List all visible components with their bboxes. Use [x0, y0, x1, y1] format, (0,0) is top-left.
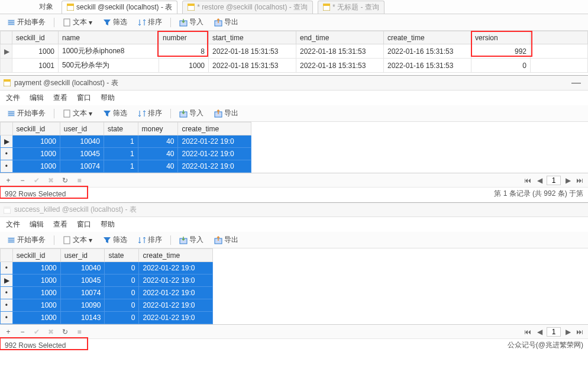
cell[interactable]: 10074 [60, 160, 104, 173]
begin-transaction-button[interactable]: 开始事务 [5, 234, 48, 246]
sort-button[interactable]: 排序 [135, 16, 164, 28]
last-page-button[interactable]: ⏭ [575, 327, 584, 337]
table-row[interactable]: •10001009002022-01-22 19:0 [1, 299, 213, 312]
table-row[interactable]: •10001014302022-01-22 19:0 [1, 312, 213, 324]
col-header[interactable]: seckill_id [12, 31, 59, 44]
cell[interactable]: 1000 [12, 148, 60, 160]
cell[interactable]: 8 [159, 44, 209, 59]
col-header[interactable]: seckill_id [12, 122, 60, 135]
text-button[interactable]: 文本▾ [60, 107, 95, 119]
col-header[interactable]: number [159, 31, 209, 44]
cell[interactable]: 0 [105, 299, 139, 312]
begin-transaction-button[interactable]: 开始事务 [5, 16, 48, 28]
col-header[interactable]: create_time [139, 249, 213, 262]
col-header[interactable]: state [105, 249, 139, 262]
cell[interactable]: 2022-01-22 19:0 [139, 287, 213, 299]
tab-restore[interactable]: * restore @seckill (localhost) - 查询 [182, 1, 313, 14]
col-header[interactable]: user_id [60, 122, 104, 135]
cell[interactable]: 40 [138, 135, 178, 148]
tabs-object-label[interactable]: 对象 [35, 2, 57, 12]
menu-edit[interactable]: 编辑 [30, 93, 44, 103]
cell[interactable]: 1 [104, 160, 138, 173]
begin-transaction-button[interactable]: 开始事务 [5, 107, 48, 119]
cell[interactable]: 2022-01-16 15:31:53 [384, 44, 471, 59]
prev-page-button[interactable]: ◀ [535, 327, 544, 337]
filter-button[interactable]: 筛选 [101, 234, 130, 246]
table-row[interactable]: •1000100741402022-01-22 19:0 [1, 160, 251, 173]
cancel-button[interactable]: ✖ [46, 327, 56, 337]
cell[interactable]: 1 [104, 135, 138, 148]
cell[interactable]: 500元秒杀华为 [59, 59, 159, 73]
cell[interactable]: 1000 [12, 299, 60, 312]
col-header[interactable]: create_time [384, 31, 471, 44]
first-page-button[interactable]: ⏮ [523, 327, 532, 337]
table-row[interactable]: •10001007402022-01-22 19:0 [1, 287, 213, 299]
menu-window[interactable]: 窗口 [77, 93, 91, 103]
delete-row-button[interactable]: − [18, 327, 27, 337]
col-header[interactable]: seckill_id [12, 249, 60, 262]
cell[interactable]: 10040 [60, 262, 105, 274]
refresh-button[interactable]: ↻ [60, 176, 70, 185]
col-header[interactable]: start_time [209, 31, 296, 44]
cancel-button[interactable]: ✖ [46, 176, 56, 185]
add-row-button[interactable]: + [4, 176, 13, 185]
col-header[interactable]: create_time [178, 122, 251, 135]
delete-row-button[interactable]: − [18, 176, 27, 185]
filter-button[interactable]: 筛选 [101, 107, 130, 119]
cell[interactable]: 10040 [60, 135, 104, 148]
cell[interactable]: 2022-01-18 15:31:53 [209, 44, 296, 59]
cell[interactable]: 40 [138, 160, 178, 173]
cell[interactable]: 1000 [12, 135, 60, 148]
text-button[interactable]: 文本▾ [60, 234, 95, 246]
cell[interactable]: 10045 [60, 148, 104, 160]
cell[interactable]: 0 [471, 59, 531, 73]
col-header[interactable]: money [138, 122, 178, 135]
cell[interactable]: 1000 [12, 44, 59, 59]
table-row[interactable]: ▶10001004502022-01-22 19:0 [1, 274, 213, 287]
text-button[interactable]: 文本▾ [60, 16, 95, 28]
cell[interactable]: 1000 [12, 262, 60, 274]
cell[interactable]: 1000 [12, 274, 60, 287]
cell[interactable]: 1000元秒杀iphone8 [59, 44, 159, 59]
cell[interactable]: 2022-01-18 15:31:53 [296, 44, 384, 59]
col-header[interactable]: state [104, 122, 138, 135]
cell[interactable]: 0 [105, 274, 139, 287]
stop-button[interactable]: ■ [75, 327, 84, 337]
cell[interactable]: 1001 [12, 59, 59, 73]
cell[interactable]: 2022-01-22 19:0 [139, 312, 213, 324]
cell[interactable]: 10074 [60, 287, 105, 299]
export-button[interactable]: 导出 [212, 234, 241, 246]
table-row[interactable]: 1001 500元秒杀华为 1000 2022-01-18 15:31:53 2… [1, 59, 588, 73]
table-row[interactable]: •10001004002022-01-22 19:0 [1, 262, 213, 274]
cell[interactable]: 40 [138, 148, 178, 160]
sort-button[interactable]: 排序 [135, 107, 164, 119]
cell[interactable]: 0 [105, 312, 139, 324]
menu-window[interactable]: 窗口 [77, 219, 91, 230]
cell[interactable]: 2022-01-22 19:0 [139, 299, 213, 312]
col-header[interactable]: version [471, 31, 531, 44]
cell[interactable]: 1000 [12, 287, 60, 299]
commit-button[interactable]: ✔ [32, 327, 41, 337]
cell[interactable]: 10090 [60, 299, 105, 312]
cell[interactable]: 1000 [12, 312, 60, 324]
success-killed-table[interactable]: seckill_id user_id state create_time •10… [0, 248, 213, 324]
first-page-button[interactable]: ⏮ [523, 176, 532, 185]
tab-seckill[interactable]: seckill @seckill (localhost) - 表 [62, 1, 177, 14]
add-row-button[interactable]: + [4, 327, 13, 337]
cell[interactable]: 2022-01-22 19:0 [178, 160, 251, 173]
table-row[interactable]: ▶1000100401402022-01-22 19:0 [1, 135, 251, 148]
menu-view[interactable]: 查看 [53, 219, 67, 230]
cell[interactable]: 0 [105, 287, 139, 299]
cell[interactable]: 10143 [60, 312, 105, 324]
last-page-button[interactable]: ⏭ [575, 176, 584, 185]
import-button[interactable]: 导入 [177, 16, 206, 28]
cell[interactable]: 1000 [159, 59, 209, 73]
cell[interactable]: 2022-01-22 19:0 [178, 135, 251, 148]
export-button[interactable]: 导出 [212, 16, 241, 28]
import-button[interactable]: 导入 [177, 107, 206, 119]
import-button[interactable]: 导入 [177, 234, 206, 246]
payment-table[interactable]: seckill_id user_id state money create_ti… [0, 122, 251, 173]
cell[interactable]: 10045 [60, 274, 105, 287]
refresh-button[interactable]: ↻ [60, 327, 70, 337]
cell[interactable]: 2022-01-22 19:0 [178, 148, 251, 160]
